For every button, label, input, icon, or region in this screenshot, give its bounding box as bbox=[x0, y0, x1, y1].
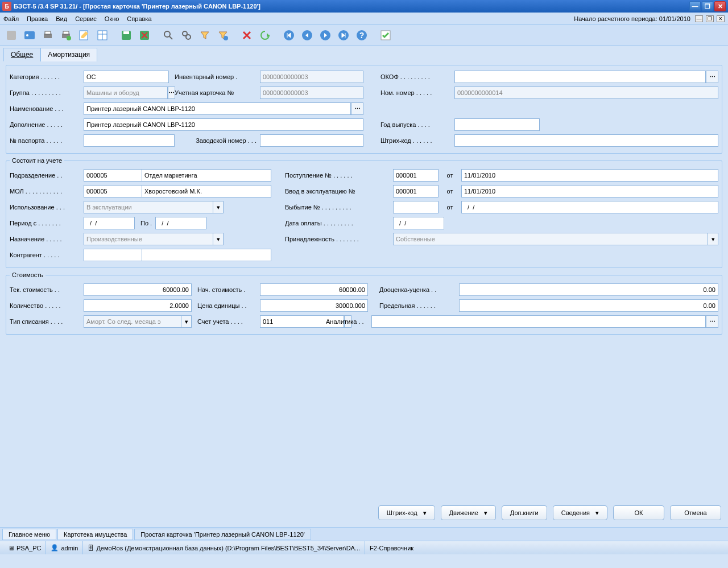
period-to-field[interactable] bbox=[155, 217, 206, 229]
analytics-field[interactable] bbox=[371, 315, 706, 328]
status-user: admin bbox=[61, 545, 78, 551]
toolbar-table-icon[interactable] bbox=[94, 27, 110, 43]
toolbar-next-icon[interactable] bbox=[317, 27, 333, 43]
menu-window[interactable]: Окно bbox=[105, 15, 119, 22]
minimize-button[interactable]: — bbox=[689, 1, 701, 11]
close-button[interactable]: ✕ bbox=[714, 1, 726, 11]
toolbar-help-icon[interactable]: ? bbox=[354, 27, 370, 43]
toolbar-print2-icon[interactable] bbox=[58, 27, 74, 43]
barcode-field[interactable] bbox=[454, 134, 718, 147]
name-lookup-button[interactable]: ⋯ bbox=[351, 102, 363, 115]
mol-name-field[interactable] bbox=[142, 185, 271, 197]
wintab-current[interactable]: Простая карточка 'Принтер лазерный CANON… bbox=[134, 529, 311, 540]
paydate-field[interactable] bbox=[393, 217, 444, 229]
lbl-invno: Инвентарный номер . bbox=[175, 73, 260, 80]
inner-close-icon[interactable]: ✕ bbox=[717, 15, 725, 22]
menu-view[interactable]: Вид bbox=[56, 15, 67, 22]
cancel-button[interactable]: Отмена bbox=[670, 505, 721, 520]
use-field bbox=[84, 201, 213, 213]
cost-legend: Стоимость bbox=[10, 271, 46, 278]
commiss-no-field[interactable] bbox=[393, 185, 439, 197]
writeoff-dropdown-button[interactable]: ▾ bbox=[181, 315, 192, 328]
analytics-lookup-button[interactable]: ⋯ bbox=[706, 315, 718, 328]
inner-restore-icon[interactable]: ❐ bbox=[706, 15, 714, 22]
contr-name-field[interactable] bbox=[142, 249, 271, 261]
addition-field[interactable] bbox=[84, 118, 363, 131]
toolbar-card-icon[interactable] bbox=[22, 27, 38, 43]
lbl-price: Цена единицы . . bbox=[197, 302, 260, 309]
menu-edit[interactable]: Правка bbox=[27, 15, 48, 22]
toolbar-cancel-icon[interactable] bbox=[239, 27, 255, 43]
status-db: ДемоRos (Демонстрационная база данных) (… bbox=[96, 545, 360, 551]
inner-minimize-icon[interactable]: — bbox=[695, 15, 703, 22]
svg-rect-0 bbox=[7, 31, 16, 40]
qty-field[interactable] bbox=[84, 299, 192, 312]
toolbar-findnext-icon[interactable] bbox=[179, 27, 195, 43]
details-button[interactable]: Сведения bbox=[553, 505, 607, 520]
toolbar-new-icon[interactable] bbox=[3, 27, 19, 43]
lbl-receipt-from: от bbox=[439, 172, 461, 179]
toolbar-filter-icon[interactable] bbox=[197, 27, 213, 43]
svg-point-19 bbox=[224, 36, 228, 40]
maximize-button[interactable]: ❐ bbox=[702, 1, 713, 11]
tab-amortization[interactable]: Амортизация bbox=[40, 48, 97, 61]
lbl-use: Использование . . . bbox=[10, 204, 84, 211]
name-field[interactable] bbox=[84, 102, 351, 115]
wintab-cardfile[interactable]: Картотека имущества bbox=[57, 529, 133, 540]
lbl-reval: Дооценка-уценка . . bbox=[379, 286, 459, 293]
app-icon: Б bbox=[2, 2, 11, 11]
commiss-date-field[interactable] bbox=[461, 185, 718, 197]
toolbar-first-icon[interactable] bbox=[281, 27, 297, 43]
disposal-date-field[interactable] bbox=[461, 201, 718, 213]
okof-lookup-button[interactable]: ⋯ bbox=[706, 71, 718, 83]
svg-point-7 bbox=[67, 36, 71, 40]
lbl-initcost: Нач. стоимость . bbox=[197, 286, 260, 293]
initcost-field[interactable] bbox=[260, 283, 368, 296]
lbl-receipt: Поступление № . . . . . . bbox=[285, 172, 393, 179]
year-field[interactable] bbox=[454, 118, 540, 131]
ownership-dropdown-button[interactable]: ▾ bbox=[708, 233, 718, 245]
lbl-group: Группа . . . . . . . . . bbox=[10, 89, 84, 96]
movement-button[interactable]: Движение bbox=[441, 505, 496, 520]
addbooks-button[interactable]: Доп.книги bbox=[502, 505, 547, 520]
toolbar-refresh-icon[interactable] bbox=[257, 27, 273, 43]
lbl-barcode: Штрих-код . . . . . . bbox=[380, 137, 454, 144]
receipt-no-field[interactable] bbox=[393, 169, 439, 182]
toolbar-prev-icon[interactable] bbox=[299, 27, 315, 43]
lbl-commiss-from: от bbox=[439, 188, 461, 195]
disposal-no-field[interactable] bbox=[393, 201, 439, 213]
toolbar-save-icon[interactable] bbox=[118, 27, 134, 43]
wintab-mainmenu[interactable]: Главное меню bbox=[2, 529, 56, 540]
cardno-field bbox=[260, 87, 363, 99]
curcost-field[interactable] bbox=[84, 283, 192, 296]
menu-service[interactable]: Сервис bbox=[75, 15, 97, 22]
toolbar-last-icon[interactable] bbox=[336, 27, 351, 43]
toolbar-print-icon[interactable] bbox=[40, 27, 56, 43]
category-field[interactable] bbox=[84, 71, 169, 83]
okof-field[interactable] bbox=[454, 71, 706, 83]
period-from-field[interactable] bbox=[84, 217, 135, 229]
toolbar-ok-icon[interactable] bbox=[378, 27, 394, 43]
passport-field[interactable] bbox=[84, 134, 175, 147]
lbl-writeoff: Тип списания . . . . bbox=[10, 318, 84, 325]
purpose-dropdown-button[interactable]: ▾ bbox=[213, 233, 224, 245]
price-field[interactable] bbox=[260, 299, 368, 312]
lbl-name: Наименование . . . bbox=[10, 105, 84, 112]
reval-field[interactable] bbox=[459, 283, 718, 296]
svg-line-16 bbox=[169, 36, 172, 39]
use-dropdown-button[interactable]: ▾ bbox=[213, 201, 224, 213]
toolbar-find-icon[interactable] bbox=[160, 27, 176, 43]
ok-button[interactable]: ОК bbox=[613, 505, 664, 520]
lbl-paydate: Дата оплаты . . . . . . . . . bbox=[285, 220, 393, 227]
tab-general[interactable]: Общее bbox=[3, 48, 40, 61]
toolbar-filter-off-icon[interactable] bbox=[215, 27, 231, 43]
menu-file[interactable]: Файл bbox=[3, 15, 19, 22]
limit-field[interactable] bbox=[459, 299, 718, 312]
barcode-button[interactable]: Штрих-код bbox=[378, 505, 435, 520]
receipt-date-field[interactable] bbox=[461, 169, 718, 182]
toolbar-edit-icon[interactable] bbox=[76, 27, 92, 43]
toolbar-delete-icon[interactable] bbox=[136, 27, 152, 43]
factory-field[interactable] bbox=[260, 134, 363, 147]
dept-name-field[interactable] bbox=[142, 169, 271, 182]
menu-help[interactable]: Справка bbox=[127, 15, 151, 22]
